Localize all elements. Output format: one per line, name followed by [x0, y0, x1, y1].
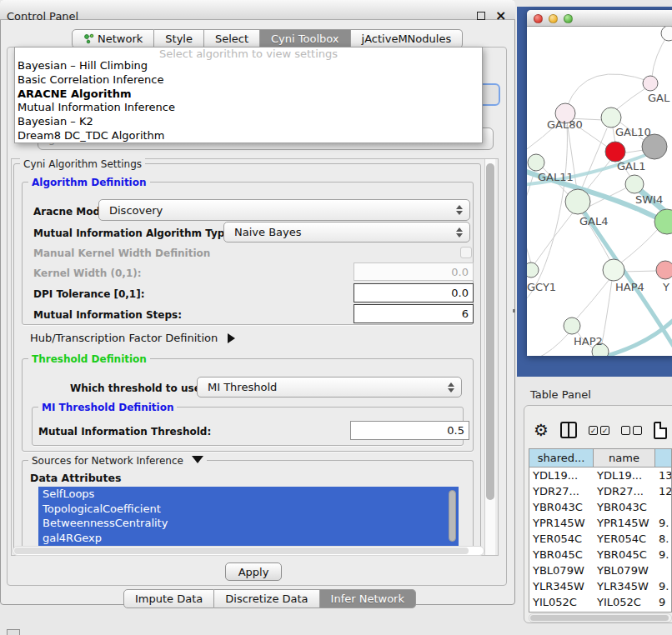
select-all-checkboxes-icon[interactable]: ✓✓ — [589, 426, 609, 435]
list-scrollbar-thumb[interactable] — [449, 490, 456, 542]
attribute-item[interactable]: gal4RGexp — [38, 531, 459, 546]
mac-minimize-icon[interactable] — [549, 14, 558, 23]
table-cell[interactable] — [655, 499, 672, 515]
attribute-item[interactable]: BetweennessCentrality — [38, 516, 459, 531]
algorithm-option[interactable]: Mutual Information Inference — [15, 101, 482, 115]
network-canvas[interactable]: GALGAL80GAL10GAL1GAL11SWI4GAL4GCY1HAP4YH… — [527, 27, 672, 356]
combo-arrows-icon — [456, 205, 463, 215]
table-cell[interactable]: YIL052C — [529, 594, 594, 610]
table-cell[interactable]: YDR27... — [529, 483, 594, 499]
table-cell[interactable]: 8. — [655, 531, 672, 547]
settings-vertical-scrollbar-thumb[interactable] — [486, 163, 494, 500]
table-cell[interactable]: YDL19... — [594, 468, 655, 483]
network-node-hap4[interactable] — [603, 259, 624, 281]
algorithm-option[interactable]: Bayesian – Hill Climbing — [15, 59, 482, 73]
table-horizontal-scrollbar-thumb[interactable] — [530, 615, 669, 621]
close-icon[interactable]: × — [495, 8, 506, 24]
document-icon[interactable] — [654, 422, 667, 439]
network-node-gal[interactable] — [643, 76, 658, 91]
algorithm-option[interactable]: Basic Correlation Inference — [15, 73, 482, 88]
table-row[interactable]: YBR043CYBR043C — [529, 499, 671, 515]
table-cell[interactable]: 9. — [655, 547, 672, 562]
threshold-definition-title: Threshold Definition — [28, 353, 150, 365]
column-header[interactable]: shared... — [529, 449, 594, 468]
tab-label: Infer Network — [331, 592, 404, 605]
split-columns-icon[interactable] — [560, 422, 577, 438]
table-cell[interactable]: YBR043C — [594, 499, 655, 515]
network-node-gal10[interactable] — [601, 108, 621, 128]
table-cell[interactable]: YLR345W — [529, 578, 594, 594]
table-row[interactable]: YIL052CYIL052C9 — [529, 594, 671, 610]
table-row[interactable]: YPR145WYPR145W9. — [529, 515, 671, 531]
table-cell[interactable]: YER054C — [594, 531, 655, 547]
kernel-width-field[interactable]: 0.0 — [354, 262, 474, 281]
collapsed-panel-icon[interactable] — [7, 629, 20, 635]
table-cell[interactable]: 12 — [655, 483, 672, 499]
tab-select[interactable]: Select — [204, 29, 260, 48]
dpi-tolerance-field[interactable]: 0.0 — [354, 283, 474, 302]
network-node-gcy1[interactable] — [527, 262, 539, 278]
table-row[interactable]: YBL079WYBL079W — [529, 562, 671, 578]
algorithm-option[interactable]: ARACNE Algorithm — [15, 88, 482, 102]
hub-definition-toggle[interactable]: Hub/Transcription Factor Definition — [30, 332, 235, 344]
manual-kernel-checkbox[interactable] — [460, 247, 472, 258]
panel-splitter-grip[interactable] — [513, 309, 515, 312]
tab-discretize-data[interactable]: Discretize Data — [214, 589, 319, 608]
tab-style[interactable]: Style — [154, 29, 204, 48]
apply-button[interactable]: Apply — [225, 562, 282, 581]
deselect-all-checkboxes-icon[interactable] — [621, 426, 642, 435]
table-cell[interactable]: YBR043C — [529, 499, 594, 515]
tab-infer-network[interactable]: Infer Network — [320, 589, 416, 608]
table-cell[interactable]: YBR045C — [529, 547, 594, 562]
table-row[interactable]: YLR345WYLR345W9. — [529, 578, 671, 594]
which-threshold-combo[interactable]: MI Threshold — [197, 377, 462, 398]
settings-horizontal-scrollbar-thumb[interactable] — [14, 548, 469, 554]
table-cell[interactable]: YPR145W — [594, 515, 655, 531]
table-cell[interactable]: YDL19... — [529, 468, 594, 483]
table-row[interactable]: YDL19...YDL19...13 — [529, 468, 671, 483]
network-node[interactable] — [661, 27, 672, 41]
settings-gear-icon[interactable]: ⚙ — [534, 421, 549, 439]
network-node-y[interactable] — [656, 261, 672, 279]
network-node-gal11[interactable] — [528, 154, 544, 171]
table-row[interactable]: YBR045CYBR045C9. — [529, 547, 671, 562]
sources-group-toggle[interactable]: Sources for Network Inference — [28, 455, 207, 467]
table-cell[interactable]: YBR045C — [594, 547, 655, 562]
table-cell[interactable] — [655, 562, 672, 578]
tab-cyni-toolbox[interactable]: Cyni Toolbox — [260, 29, 351, 48]
tab-jactivemnodules[interactable]: jActiveMNodules — [351, 29, 464, 48]
attribute-item[interactable]: TopologicalCoefficient — [38, 502, 459, 517]
network-node-gal4[interactable] — [565, 189, 590, 214]
table-cell[interactable]: YIL052C — [594, 594, 655, 610]
mi-type-combo[interactable]: Naive Bayes — [223, 222, 470, 242]
network-node-hap2[interactable] — [564, 318, 580, 334]
attribute-item[interactable]: SelfLoops — [38, 487, 459, 502]
table-cell[interactable]: 9. — [655, 515, 672, 531]
column-header[interactable]: name — [594, 449, 655, 468]
table-cell[interactable]: 9. — [655, 578, 672, 594]
table-row[interactable]: YER054CYER054C8. — [529, 531, 671, 547]
mac-zoom-icon[interactable] — [564, 14, 573, 23]
table-cell[interactable]: YPR145W — [529, 515, 594, 531]
tab-impute-data[interactable]: Impute Data — [123, 589, 214, 608]
table-cell[interactable]: YDR27... — [594, 483, 655, 499]
algorithm-option[interactable]: Dream8 DC_TDC Algorithm — [15, 129, 482, 143]
float-window-icon[interactable] — [477, 12, 485, 20]
table-cell[interactable]: YLR345W — [594, 578, 655, 594]
column-header[interactable]: A — [655, 449, 672, 468]
data-attributes-list[interactable]: SelfLoopsTopologicalCoefficientBetweenne… — [38, 487, 459, 547]
table-cell[interactable]: 9 — [655, 594, 672, 610]
table-cell[interactable]: YBL079W — [594, 562, 655, 578]
table-cell[interactable]: YBL079W — [529, 562, 594, 578]
table-cell[interactable]: 13 — [655, 468, 672, 483]
mac-close-icon[interactable] — [534, 14, 543, 23]
tab-network[interactable]: Network — [72, 29, 154, 48]
aracne-mode-combo[interactable]: Discovery — [98, 199, 470, 221]
table-row[interactable]: YDR27...YDR27...12 — [529, 483, 671, 499]
network-node-gal1[interactable] — [605, 142, 625, 162]
mi-steps-field[interactable]: 6 — [354, 304, 474, 323]
table-cell[interactable]: YER054C — [529, 531, 594, 547]
mi-threshold-field[interactable]: 0.5 — [350, 421, 469, 440]
algorithm-option[interactable]: Bayesian – K2 — [15, 115, 482, 129]
network-node-swi4[interactable] — [625, 175, 644, 193]
